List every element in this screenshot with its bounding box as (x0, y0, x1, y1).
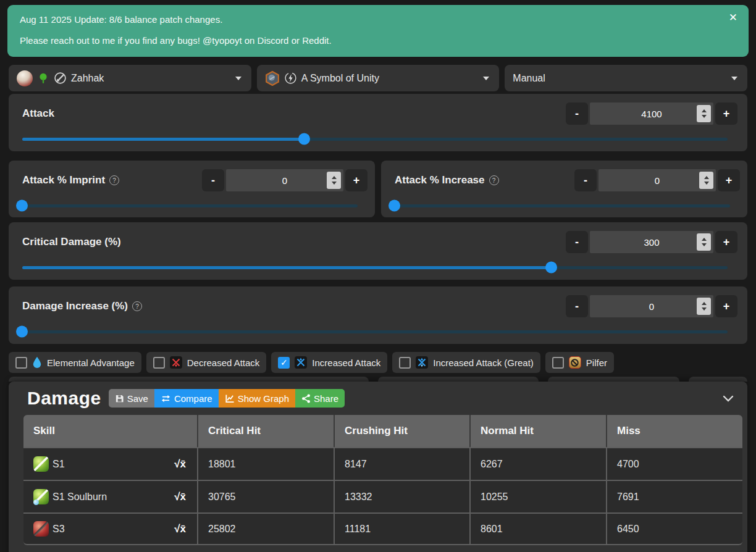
crush-value: 13332 (335, 480, 471, 512)
skill-name: S1 (52, 459, 65, 470)
help-icon[interactable]: ? (132, 301, 142, 311)
save-button[interactable]: Save (109, 389, 154, 408)
spin-down-icon (702, 243, 707, 246)
column-header-critical-hit[interactable]: Critical Hit (198, 415, 335, 447)
chevron-down-icon (483, 77, 489, 80)
damage-increase-increment-button[interactable]: + (715, 295, 737, 317)
imprint-spinner-control[interactable] (327, 172, 341, 189)
table-header-row: Skill Critical Hit Crushing Hit Normal H… (23, 415, 742, 447)
spin-up-icon (332, 176, 337, 179)
attack-decrement-button[interactable]: - (566, 102, 588, 125)
modifier-label: Increased Attack (Great) (433, 358, 534, 368)
clipped-row (9, 377, 747, 382)
spin-down-icon (702, 115, 707, 118)
crit-damage-input[interactable] (590, 231, 713, 253)
damage-increase-slider-thumb[interactable] (16, 326, 28, 338)
skill-name: S1 Soulburn (52, 491, 107, 503)
imprint-slider[interactable] (22, 199, 358, 212)
formula-toggle-button[interactable]: √x̄ (174, 491, 186, 503)
chevron-down-icon (731, 77, 737, 80)
table-row: S3 √x̄ 25802 11181 8601 6450 (23, 512, 742, 545)
s3-skill-icon (33, 521, 49, 537)
formula-toggle-button[interactable]: √x̄ (174, 523, 186, 535)
crush-value: 8147 (335, 447, 471, 480)
water-drop-icon (32, 356, 42, 369)
attack-slider-thumb[interactable] (298, 133, 310, 145)
damage-panel: Damage Save Compare (9, 382, 747, 552)
damage-header: Damage Save Compare (23, 387, 742, 415)
imprint-slider-thumb[interactable] (16, 200, 28, 212)
artifact-select[interactable]: A Symbol of Unity (257, 65, 500, 91)
hero-select[interactable]: Zahhak (9, 65, 251, 91)
imprint-input[interactable] (226, 169, 343, 191)
attack-input[interactable] (590, 102, 713, 125)
imprint-increment-button[interactable]: + (345, 169, 368, 191)
chart-icon (225, 394, 235, 403)
attack-increase-decrement-button[interactable]: - (574, 169, 597, 191)
close-icon[interactable]: ✕ (729, 12, 737, 23)
modifier-row: Elemental Advantage Decreased Attack Inc… (9, 352, 747, 373)
crit-damage-decrement-button[interactable]: - (566, 231, 588, 253)
artifact-select-value: A Symbol of Unity (301, 73, 379, 84)
attack-increase-input[interactable] (598, 169, 716, 191)
attack-spinner-control[interactable] (697, 105, 711, 122)
checkbox[interactable] (15, 357, 27, 369)
earth-element-icon (37, 72, 49, 85)
column-header-skill[interactable]: Skill (23, 415, 198, 447)
pilfer-icon (569, 356, 581, 369)
show-graph-button[interactable]: Show Graph (219, 389, 295, 408)
crit-damage-spinner-control[interactable] (697, 233, 711, 251)
column-header-crushing-hit[interactable]: Crushing Hit (335, 415, 471, 447)
attack-imprint-panel: Attack % Imprint ? - + (9, 161, 375, 217)
spin-up-icon (702, 109, 707, 112)
hero-portrait-icon (17, 70, 33, 86)
s1-skill-icon (33, 456, 49, 472)
compare-arrows-icon (161, 394, 171, 403)
column-header-normal-hit[interactable]: Normal Hit (471, 415, 607, 447)
attack-stepper: - + (566, 102, 737, 125)
compare-button[interactable]: Compare (154, 389, 219, 408)
crit-damage-slider[interactable] (22, 261, 728, 274)
spin-down-icon (332, 182, 337, 185)
column-header-miss[interactable]: Miss (607, 415, 742, 447)
help-icon[interactable]: ? (109, 175, 119, 185)
crit-damage-increment-button[interactable]: + (715, 231, 737, 253)
checkbox[interactable] (278, 357, 290, 369)
thief-class-icon (54, 72, 67, 85)
attack-increment-button[interactable]: + (715, 102, 737, 125)
damage-increase-spinner-control[interactable] (697, 298, 711, 315)
damage-increase-decrement-button[interactable]: - (566, 295, 588, 317)
crit-value: 25802 (198, 512, 335, 545)
modifier-label: Pilfer (586, 358, 607, 368)
checkbox[interactable] (552, 357, 564, 369)
help-icon[interactable]: ? (489, 175, 499, 185)
modifier-pilfer[interactable]: Pilfer (545, 352, 614, 373)
damage-increase-input[interactable] (590, 295, 713, 317)
imprint-decrement-button[interactable]: - (202, 169, 224, 191)
damage-increase-slider[interactable] (22, 325, 728, 338)
warrior-class-icon (284, 72, 297, 85)
table-row: S1 √x̄ 18801 8147 6267 4700 (23, 447, 742, 480)
attack-increase-slider-thumb[interactable] (388, 200, 400, 212)
attack-increase-slider[interactable] (395, 199, 730, 212)
attack-increase-panel: Attack % Increase ? - + (381, 161, 747, 217)
banner-line2: Please reach out to me if you find any b… (20, 35, 736, 47)
modifier-decreased-attack[interactable]: Decreased Attack (146, 352, 267, 373)
checkbox[interactable] (153, 357, 165, 369)
crit-damage-slider-thumb[interactable] (545, 262, 557, 274)
attack-label: Attack (22, 107, 54, 120)
damage-table: Skill Critical Hit Crushing Hit Normal H… (23, 415, 742, 545)
attack-slider[interactable] (22, 132, 728, 146)
spin-up-icon (704, 176, 709, 179)
collapse-section-button[interactable] (723, 395, 734, 402)
mode-select[interactable]: Manual (505, 65, 747, 91)
share-button[interactable]: Share (295, 389, 345, 408)
attack-increase-spinner-control[interactable] (699, 172, 713, 189)
modifier-elemental-advantage[interactable]: Elemental Advantage (9, 352, 141, 373)
modifier-increased-attack-great[interactable]: Increased Attack (Great) (392, 352, 540, 373)
attack-increase-increment-button[interactable]: + (718, 169, 740, 191)
checkbox[interactable] (399, 357, 411, 369)
damage-increase-stepper: - + (566, 295, 737, 317)
modifier-increased-attack[interactable]: Increased Attack (271, 352, 387, 373)
formula-toggle-button[interactable]: √x̄ (174, 458, 186, 470)
